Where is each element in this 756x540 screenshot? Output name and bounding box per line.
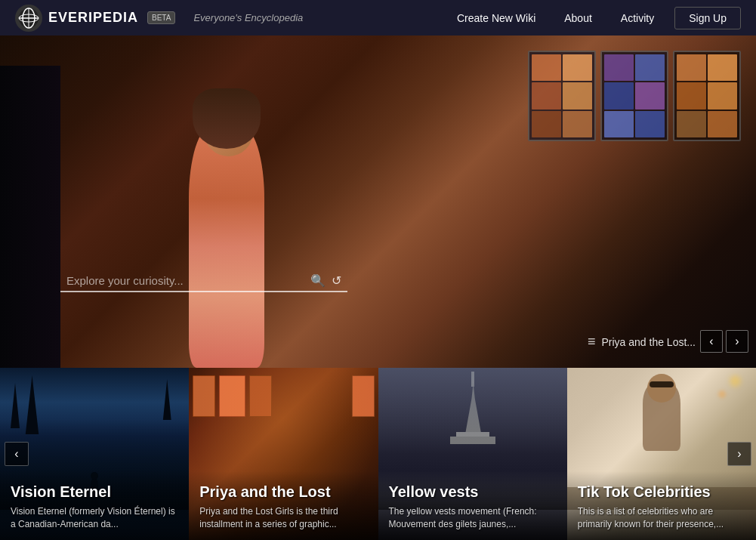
card-3-desc: The yellow vests movement (French: Mouve…: [389, 505, 557, 531]
beta-badge: BETA: [147, 11, 175, 24]
nav-about[interactable]: About: [550, 0, 606, 35]
logo-text: EVERIPEDIA: [48, 10, 138, 26]
card-4-desc: This is a list of celebrities who are pr…: [578, 505, 745, 531]
card-2-desc: Priya and the Lost Girls is the third in…: [199, 505, 367, 531]
card-1-title: Vision Eternel: [11, 483, 178, 501]
nav-links: Create New Wiki About Activity Sign Up: [443, 0, 741, 35]
search-icon[interactable]: 🔍: [310, 273, 326, 288]
card-2-title: Priya and the Lost: [199, 483, 367, 501]
hero-art-display: [528, 51, 741, 141]
caption-icon: ≡: [588, 334, 596, 350]
nav-tagline: Everyone's Encyclopedia: [193, 12, 303, 23]
card-1-desc: Vision Eternel (formerly Vision Éternel)…: [11, 505, 178, 531]
card-2-overlay: Priya and the Lost Priya and the Lost Gi…: [189, 471, 378, 540]
refresh-icon[interactable]: ↺: [332, 273, 341, 288]
hero-search-area: 🔍 ↺: [60, 270, 347, 292]
hero-figure-left: [0, 66, 60, 368]
nav-activity[interactable]: Activity: [606, 0, 668, 35]
cards-next-button[interactable]: ›: [727, 442, 751, 466]
card-4-overlay: Tik Tok Celebrities This is a list of ce…: [567, 471, 756, 540]
search-icons: 🔍 ↺: [310, 273, 341, 288]
caption-text: Priya and the Lost...: [601, 336, 696, 348]
hero-caption: ≡ Priya and the Lost...: [588, 334, 696, 350]
nav-logo: EVERIPEDIA BETA Everyone's Encyclopedia: [15, 5, 303, 32]
hero-prev-button[interactable]: ‹: [700, 330, 723, 353]
card-yellow-vests[interactable]: Yellow vests The yellow vests movement (…: [378, 368, 567, 540]
nav-create-wiki[interactable]: Create New Wiki: [443, 0, 550, 35]
card-3-title: Yellow vests: [389, 483, 557, 501]
cards-prev-button[interactable]: ‹: [5, 442, 29, 466]
logo-icon: [15, 5, 42, 32]
search-input[interactable]: [66, 274, 303, 287]
cards-container: Vision Eternel Vision Eternel (formerly …: [0, 368, 756, 540]
hero-search-bar[interactable]: 🔍 ↺: [60, 270, 347, 292]
hero-section: 🔍 ↺ ≡ Priya and the Lost... ‹ ›: [0, 35, 756, 368]
card-3-overlay: Yellow vests The yellow vests movement (…: [378, 471, 567, 540]
card-priya[interactable]: Priya and the Lost Priya and the Lost Gi…: [189, 368, 378, 540]
nav-signup[interactable]: Sign Up: [674, 7, 741, 29]
hero-next-button[interactable]: ›: [726, 330, 748, 353]
card-4-title: Tik Tok Celebrities: [578, 483, 745, 501]
cards-section: ‹ Vision Eternel Vision Eternel (formerl: [0, 368, 756, 540]
card-1-overlay: Vision Eternel Vision Eternel (formerly …: [0, 471, 189, 540]
navbar: EVERIPEDIA BETA Everyone's Encyclopedia …: [0, 0, 756, 35]
hero-figure: [151, 81, 363, 368]
